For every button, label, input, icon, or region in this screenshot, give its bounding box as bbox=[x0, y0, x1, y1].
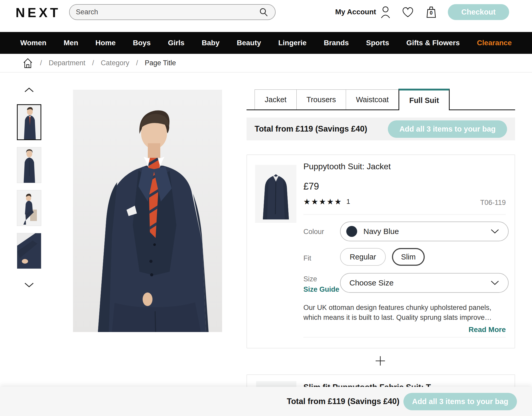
nav-item-boys[interactable]: Boys bbox=[133, 39, 151, 47]
nav-item-lingerie[interactable]: Lingerie bbox=[278, 39, 307, 47]
size-guide-link[interactable]: Size Guide bbox=[303, 285, 339, 294]
garment-tabs: Jacket Trousers Waistcoat Full Suit bbox=[247, 89, 515, 110]
size-label: Size bbox=[303, 275, 317, 283]
tab-trousers[interactable]: Trousers bbox=[296, 89, 346, 109]
my-account-button[interactable]: My Account bbox=[335, 5, 391, 18]
bag-count-badge: 0 bbox=[430, 10, 433, 16]
divider bbox=[303, 214, 506, 215]
breadcrumb-separator: / bbox=[40, 59, 42, 67]
fit-option-regular[interactable]: Regular bbox=[340, 248, 386, 266]
user-icon bbox=[380, 5, 391, 18]
header: NEXT My Account bbox=[0, 0, 532, 32]
item-code: T06-119 bbox=[480, 199, 506, 207]
next-logo[interactable]: NEXT bbox=[16, 5, 61, 20]
star-rating-icons: ★★★★★ bbox=[303, 197, 342, 206]
colour-select[interactable]: Navy Blue bbox=[340, 222, 509, 241]
chevron-down-icon bbox=[490, 280, 499, 285]
divider bbox=[303, 337, 506, 337]
search-input[interactable] bbox=[76, 8, 258, 16]
fit-option-slim[interactable]: Slim bbox=[392, 248, 425, 266]
product-card-jacket: Puppytooth Suit: Jacket £79 ★★★★★ 1 T06-… bbox=[247, 154, 515, 348]
colour-swatch-navy bbox=[346, 226, 357, 237]
breadcrumb-separator: / bbox=[92, 59, 94, 67]
my-account-label: My Account bbox=[335, 8, 376, 16]
colour-selected-value: Navy Blue bbox=[363, 227, 490, 236]
heart-icon bbox=[402, 6, 414, 18]
nav-item-clearance[interactable]: Clearance bbox=[477, 39, 512, 47]
primary-nav: Women Men Home Boys Girls Baby Beauty Li… bbox=[0, 32, 532, 54]
nav-item-sports[interactable]: Sports bbox=[366, 39, 389, 47]
search-bar[interactable] bbox=[69, 4, 276, 20]
thumbnail-rail bbox=[16, 87, 42, 96]
gallery-thumbnail-2[interactable] bbox=[17, 147, 41, 183]
wishlist-button[interactable] bbox=[401, 5, 415, 19]
gallery-thumbnail-4[interactable] bbox=[17, 233, 41, 269]
tab-full-suit[interactable]: Full Suit bbox=[398, 89, 449, 110]
product-options-panel: Jacket Trousers Waistcoat Full Suit Tota… bbox=[247, 89, 515, 110]
sticky-add-all-items-button[interactable]: Add all 3 items to your bag bbox=[403, 393, 517, 410]
breadcrumb-department[interactable]: Department bbox=[49, 59, 85, 67]
header-actions: My Account bbox=[335, 0, 509, 24]
size-selected-value: Choose Size bbox=[349, 278, 490, 287]
breadcrumb: / Department / Category / Page Title bbox=[0, 54, 532, 73]
product-page: NEXT My Account bbox=[0, 0, 532, 416]
search-icon[interactable] bbox=[258, 7, 269, 17]
gallery-thumbnail-1[interactable] bbox=[17, 104, 41, 140]
nav-item-men[interactable]: Men bbox=[64, 39, 78, 47]
colour-label: Colour bbox=[303, 228, 324, 236]
tab-waistcoat[interactable]: Waistcoat bbox=[346, 89, 399, 109]
nav-item-gifts-flowers[interactable]: Gifts & Flowers bbox=[406, 39, 460, 47]
thumbnails-scroll-up-button[interactable] bbox=[16, 87, 42, 96]
product-title[interactable]: Puppytooth Suit: Jacket bbox=[303, 162, 391, 171]
breadcrumb-separator: / bbox=[136, 59, 138, 67]
main-product-image[interactable] bbox=[73, 90, 222, 332]
plus-icon bbox=[371, 355, 390, 367]
rating-row[interactable]: ★★★★★ 1 bbox=[303, 197, 350, 206]
nav-item-beauty[interactable]: Beauty bbox=[237, 39, 261, 47]
bundle-total-text: Total from £119 (Savings £40) bbox=[255, 124, 367, 134]
product-price: £79 bbox=[303, 181, 319, 192]
nav-item-home[interactable]: Home bbox=[95, 39, 116, 47]
sticky-total-text: Total from £119 (Savings £40) bbox=[287, 397, 400, 406]
nav-item-brands[interactable]: Brands bbox=[324, 39, 349, 47]
product-description: Our UK ottoman design features chunky up… bbox=[303, 303, 501, 322]
gallery-thumbnail-3[interactable] bbox=[17, 190, 41, 226]
breadcrumb-category[interactable]: Category bbox=[101, 59, 129, 67]
bag-button[interactable]: 0 bbox=[424, 5, 438, 19]
sticky-checkout-bar: Total from £119 (Savings £40) Add all 3 … bbox=[0, 387, 532, 416]
add-all-items-button[interactable]: Add all 3 items to your bag bbox=[388, 120, 507, 138]
checkout-button[interactable]: Checkout bbox=[448, 4, 509, 20]
fit-label: Fit bbox=[303, 254, 311, 262]
read-more-link[interactable]: Read More bbox=[469, 326, 506, 334]
home-icon[interactable] bbox=[22, 57, 33, 68]
thumbnails-scroll-down-button[interactable] bbox=[16, 282, 42, 291]
review-count: 1 bbox=[346, 198, 350, 206]
breadcrumb-page-title: Page Title bbox=[145, 59, 176, 67]
jacket-thumbnail-image[interactable] bbox=[255, 165, 296, 223]
size-select[interactable]: Choose Size bbox=[340, 273, 509, 293]
nav-item-women[interactable]: Women bbox=[20, 39, 46, 47]
nav-item-girls[interactable]: Girls bbox=[168, 39, 184, 47]
chevron-down-icon bbox=[490, 229, 499, 234]
tab-jacket[interactable]: Jacket bbox=[255, 89, 297, 109]
bundle-summary-bar: Total from £119 (Savings £40) Add all 3 … bbox=[247, 118, 515, 140]
nav-item-baby[interactable]: Baby bbox=[202, 39, 220, 47]
